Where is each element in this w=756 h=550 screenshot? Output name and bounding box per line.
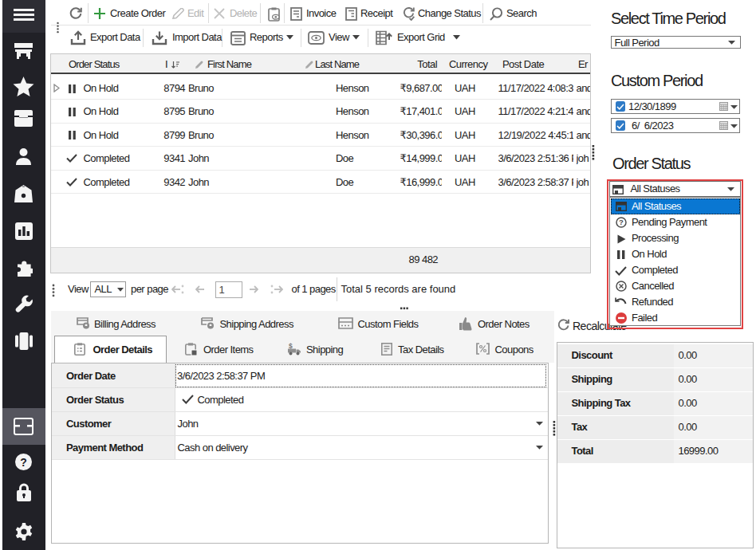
svg-text:$: $	[289, 342, 293, 350]
svg-text:?: ?	[619, 218, 624, 226]
svg-text:?: ?	[20, 456, 27, 469]
